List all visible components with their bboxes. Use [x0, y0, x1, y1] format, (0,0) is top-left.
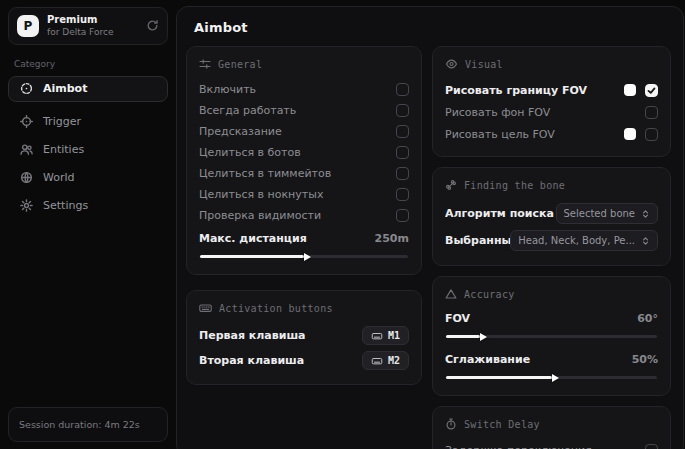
main-content: Aimbot General Включить: [176, 6, 684, 449]
sidebar: P Premium for Delta Force Category Aimbo…: [0, 0, 176, 449]
checkbox[interactable]: [396, 83, 409, 96]
globe-icon: [20, 171, 33, 184]
aimbot-crosshair-icon: [20, 82, 33, 95]
bone-algorithm-label: Алгоритм поиска кост: [445, 207, 562, 220]
checkbox[interactable]: [396, 125, 409, 138]
bone-algorithm-row: Алгоритм поиска кост Selected bone: [445, 200, 658, 227]
max-distance-slider[interactable]: [200, 255, 408, 258]
checkbox[interactable]: [396, 167, 409, 180]
product-subtitle: for Delta Force: [47, 27, 113, 38]
select-value: Selected bone: [564, 208, 635, 219]
fov-row: FOV 60°: [445, 309, 658, 328]
max-distance-label: Макс. дистанция: [199, 232, 307, 245]
chevrons-updown-icon: [641, 236, 650, 246]
keybind-key: M1: [388, 330, 400, 341]
keybind-label: Первая клавиша: [199, 329, 306, 342]
visual-label: Рисовать границу FOV: [445, 84, 587, 97]
checkbox[interactable]: [645, 84, 658, 97]
keybind-row-first: Первая клавиша M1: [199, 323, 409, 348]
toggle-label: Всегда работать: [199, 104, 296, 117]
toggle-row-target-teammates: Целиться в тиммейтов: [199, 163, 409, 184]
color-swatch[interactable]: [624, 84, 636, 96]
session-duration-card: Session duration: 4m 22s: [8, 407, 168, 442]
checkbox[interactable]: [396, 209, 409, 222]
keybind-button-m2[interactable]: M2: [362, 351, 409, 370]
panel-title-text: Visual: [465, 59, 503, 70]
checkbox[interactable]: [396, 188, 409, 201]
panel-visual: Visual Рисовать границу FOV Рисовать фон…: [432, 46, 671, 157]
switch-delay-toggle-row: Задержка переключения: [445, 439, 658, 449]
timer-icon: [445, 418, 457, 430]
triangle-icon: [445, 288, 457, 300]
toggle-label: Предсказание: [199, 125, 282, 138]
session-duration-text: Session duration: 4m 22s: [19, 419, 140, 430]
panel-accuracy: Accuracy FOV 60° Сглаживание: [432, 276, 671, 396]
toggle-row-prediction: Предсказание: [199, 121, 409, 142]
sidebar-item-trigger[interactable]: Trigger: [8, 109, 168, 135]
keybind-button-m1[interactable]: M1: [362, 326, 409, 345]
visual-label: Рисовать фон FOV: [445, 106, 550, 119]
bone-algorithm-select[interactable]: Selected bone: [556, 203, 658, 224]
sidebar-item-label: Entities: [43, 143, 84, 156]
sliders-icon: [199, 58, 211, 70]
product-card: P Premium for Delta Force: [8, 7, 168, 45]
keybind-key: M2: [388, 355, 400, 366]
panel-title-text: Activation buttons: [219, 303, 333, 314]
sync-icon[interactable]: [146, 19, 159, 32]
panel-title-text: Switch Delay: [464, 419, 540, 430]
trigger-crosshair-icon: [20, 115, 33, 128]
checkbox[interactable]: [645, 106, 658, 119]
toggle-row-always-work: Всегда работать: [199, 100, 409, 121]
toggle-row-target-bots: Целиться в ботов: [199, 142, 409, 163]
toggle-label: Целиться в нокнутых: [199, 188, 323, 201]
checkbox[interactable]: [645, 444, 658, 449]
checkbox[interactable]: [396, 104, 409, 117]
selected-bones-select[interactable]: Head, Neck, Body, Pe...: [510, 230, 658, 251]
visual-row-fov-target: Рисовать цель FOV: [445, 123, 658, 145]
smoothing-value: 50%: [632, 353, 658, 366]
sidebar-item-world[interactable]: World: [8, 165, 168, 191]
eye-icon: [445, 58, 458, 70]
bone-icon: [445, 179, 457, 191]
checkbox[interactable]: [645, 128, 658, 141]
toggle-row-visibility-check: Проверка видимости: [199, 205, 409, 226]
panel-title-text: Finding the bone: [464, 180, 565, 191]
keyboard-icon: [371, 331, 383, 341]
sidebar-item-label: Trigger: [43, 115, 81, 128]
fov-slider[interactable]: [446, 335, 657, 338]
category-label: Category: [14, 59, 162, 69]
toggle-label: Проверка видимости: [199, 209, 321, 222]
panel-title-text: Accuracy: [464, 289, 515, 300]
toggle-label: Включить: [199, 83, 256, 96]
slider-thumb[interactable]: [480, 333, 487, 341]
switch-delay-toggle-label: Задержка переключения: [445, 444, 592, 449]
keyboard-icon: [199, 302, 212, 314]
smoothing-row: Сглаживание 50%: [445, 350, 658, 369]
selected-bones-label: Выбранные кос: [445, 234, 516, 247]
keybind-row-second: Вторая клавиша M2: [199, 348, 409, 373]
visual-label: Рисовать цель FOV: [445, 128, 555, 141]
panel-finding-bone: Finding the bone Алгоритм поиска кост Se…: [432, 167, 671, 266]
sidebar-item-entities[interactable]: Entities: [8, 137, 168, 163]
panel-general: General Включить Всегда работать Предска…: [186, 46, 422, 275]
sidebar-item-aimbot[interactable]: Aimbot: [8, 76, 168, 102]
app-window: P Premium for Delta Force Category Aimbo…: [0, 0, 685, 449]
fov-value: 60°: [637, 312, 658, 325]
slider-thumb[interactable]: [552, 374, 559, 382]
slider-thumb[interactable]: [304, 253, 311, 261]
visual-row-fov-background: Рисовать фон FOV: [445, 101, 658, 123]
gear-icon: [20, 199, 33, 212]
select-value: Head, Neck, Body, Pe...: [518, 235, 635, 246]
sidebar-item-label: World: [43, 171, 75, 184]
color-swatch[interactable]: [624, 128, 636, 140]
smoothing-slider[interactable]: [446, 376, 657, 379]
product-name: Premium: [47, 14, 113, 27]
users-icon: [20, 143, 33, 156]
fov-label: FOV: [445, 312, 470, 325]
chevrons-updown-icon: [641, 209, 650, 219]
sidebar-item-label: Settings: [43, 199, 88, 212]
panel-title-text: General: [218, 59, 262, 70]
max-distance-value: 250m: [375, 232, 409, 245]
sidebar-item-settings[interactable]: Settings: [8, 193, 168, 219]
checkbox[interactable]: [396, 146, 409, 159]
